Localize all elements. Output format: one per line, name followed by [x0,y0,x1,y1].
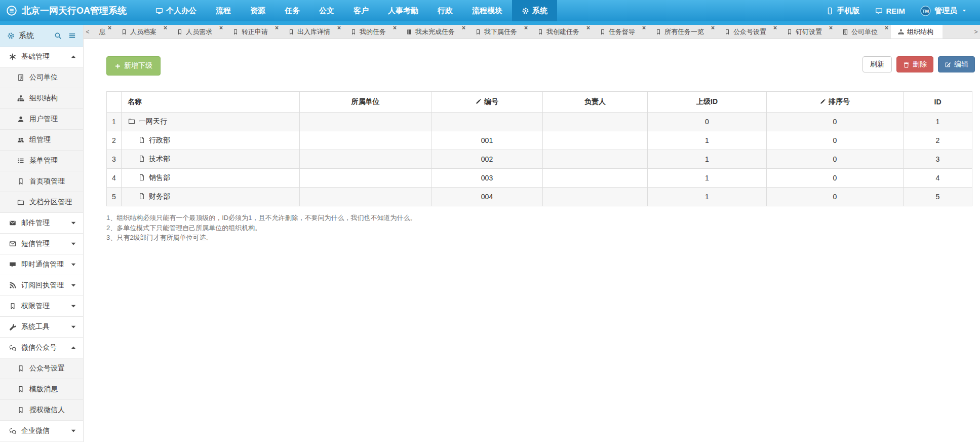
close-icon[interactable]: × [164,25,167,31]
bookmark-icon [16,365,25,372]
sidebar-item-3[interactable]: 用户管理 [0,109,83,130]
nav-item-8[interactable]: 流程模块 [462,0,512,21]
cell-owner [543,131,648,150]
col-header-label: 上级ID [696,97,718,105]
envelope-icon [8,219,17,227]
close-icon[interactable]: × [337,25,341,31]
main-row: 系统 基础管理公司单位组织结构用户管理组管理菜单管理首页项管理文档分区管理邮件管… [0,25,980,442]
close-icon[interactable]: × [829,25,833,31]
nav-item-4[interactable]: 公文 [309,0,344,21]
note-line-0: 1、组织结构必须只能有一个最顶级的，ID必须为1，且不允许删除，不要问为什么，我… [106,213,975,223]
sidebar-item-9[interactable]: 短信管理 [0,234,83,254]
tab-13[interactable]: 公司单位× [835,25,891,39]
search-icon[interactable] [54,32,62,40]
bookmark-icon [475,29,481,35]
tab-12[interactable]: 钉钉设置× [779,25,835,39]
nav-item-label: 个人办公 [166,6,197,16]
sidebar-item-13[interactable]: 系统工具 [0,317,83,338]
tab-5[interactable]: 我的任务× [343,25,399,39]
cell-code: 001 [432,131,543,150]
close-icon[interactable]: × [711,25,715,31]
menu-toggle-icon[interactable] [68,32,76,40]
sidebar-item-8[interactable]: 邮件管理 [0,213,83,234]
tab-14[interactable]: 组织结构 [891,25,943,39]
tab-11[interactable]: 公众号设置× [717,25,779,39]
nav-item-0[interactable]: 个人办公 [146,0,206,21]
cell-value: 0 [833,118,837,126]
nav-item-3[interactable]: 任务 [275,0,309,21]
tab-2[interactable]: 人员需求× [170,25,225,39]
tab-7[interactable]: 我下属任务× [468,25,530,39]
sidebar-item-16[interactable]: 模版消息 [0,379,83,400]
sidebar-item-1[interactable]: 公司单位 [0,67,83,88]
delete-button[interactable]: 删除 [896,56,933,72]
nav-item-7[interactable]: 行政 [428,0,462,21]
mobile-version-link[interactable]: 手机版 [826,6,860,16]
sidebar-item-15[interactable]: 公众号设置 [0,358,83,379]
nav-item-6[interactable]: 人事考勤 [378,0,428,21]
sidebar-item-17[interactable]: 授权微信人 [0,400,83,421]
table-row-0[interactable]: 1一网天行001 [107,113,972,131]
nav-item-5[interactable]: 客户 [344,0,378,21]
tab-3[interactable]: 转正申请× [225,25,281,39]
nav-item-1[interactable]: 流程 [206,0,241,21]
tab-scroll-left[interactable]: < [84,25,92,39]
bookmark-icon [288,29,294,35]
refresh-button[interactable]: 刷新 [863,56,892,72]
tab-4[interactable]: 出入库详情× [281,25,343,39]
close-icon[interactable]: × [642,25,646,31]
edit-button[interactable]: 编辑 [938,56,975,72]
sidebar-item-4[interactable]: 组管理 [0,130,83,151]
table-row-3[interactable]: 4销售部003104 [107,169,972,188]
bookmark-icon [724,29,730,35]
note-line-2: 3、只有2级部门才有所属单位可选。 [106,233,975,243]
tab-0[interactable]: 息× [92,25,114,39]
sidebar-item-7[interactable]: 文档分区管理 [0,192,83,213]
close-icon[interactable]: × [275,25,279,31]
sidebar-item-11[interactable]: 订阅回执管理 [0,275,83,296]
close-icon[interactable]: × [108,25,111,31]
sidebar-item-18[interactable]: 企业微信 [0,421,83,441]
close-icon[interactable]: × [773,25,777,31]
cell-value: 财务部 [149,192,170,200]
close-icon[interactable]: × [219,25,223,31]
tab-1[interactable]: 人员档案× [114,25,170,39]
tab-6[interactable]: 我未完成任务× [399,25,468,39]
sidebar-item-6[interactable]: 首页项管理 [0,171,83,192]
close-icon[interactable]: × [393,25,397,31]
tab-10[interactable]: 所有任务一览× [648,25,717,39]
close-icon[interactable]: × [462,25,465,31]
tab-8[interactable]: 我创建任务× [530,25,593,39]
table-row-1[interactable]: 2行政部001102 [107,131,972,150]
cell-value: 一网天行 [139,117,167,125]
nav-item-2[interactable]: 资源 [241,0,275,21]
sidebar-item-0[interactable]: 基础管理 [0,47,83,67]
toolbar: 新增下级 刷新 删除 编辑 [106,56,975,76]
close-icon[interactable]: × [586,25,590,31]
sidebar-item-12[interactable]: 权限管理 [0,296,83,317]
close-icon[interactable]: × [524,25,528,31]
cell-value: 0 [833,193,837,201]
sidebar-item-label: 菜单管理 [29,156,58,165]
sidebar-item-10[interactable]: 即时通信管理 [0,254,83,275]
sidebar-item-5[interactable]: 菜单管理 [0,151,83,171]
building-icon [842,29,848,35]
add-child-button[interactable]: 新增下级 [106,56,161,76]
nav-item-9[interactable]: 系统 [512,0,557,21]
user-menu[interactable]: TM 管理员 [920,6,967,16]
bookmark-icon [16,407,25,414]
reim-link[interactable]: REIM [875,7,906,15]
cell-id: 3 [904,150,972,169]
list-icon [16,157,25,164]
tab-9[interactable]: 任务督导× [593,25,648,39]
cell-owner [543,188,648,206]
cell-value: 4 [112,174,116,182]
cell-value: 3 [112,155,116,163]
table-row-2[interactable]: 3技术部002103 [107,150,972,169]
sidebar-item-label: 订阅回执管理 [21,281,64,290]
sidebar-item-14[interactable]: 微信公众号 [0,338,83,358]
sidebar-item-2[interactable]: 组织结构 [0,88,83,109]
table-row-4[interactable]: 5财务部004105 [107,188,972,206]
close-icon[interactable]: × [885,25,888,31]
tab-scroll-right[interactable]: > [972,25,980,39]
